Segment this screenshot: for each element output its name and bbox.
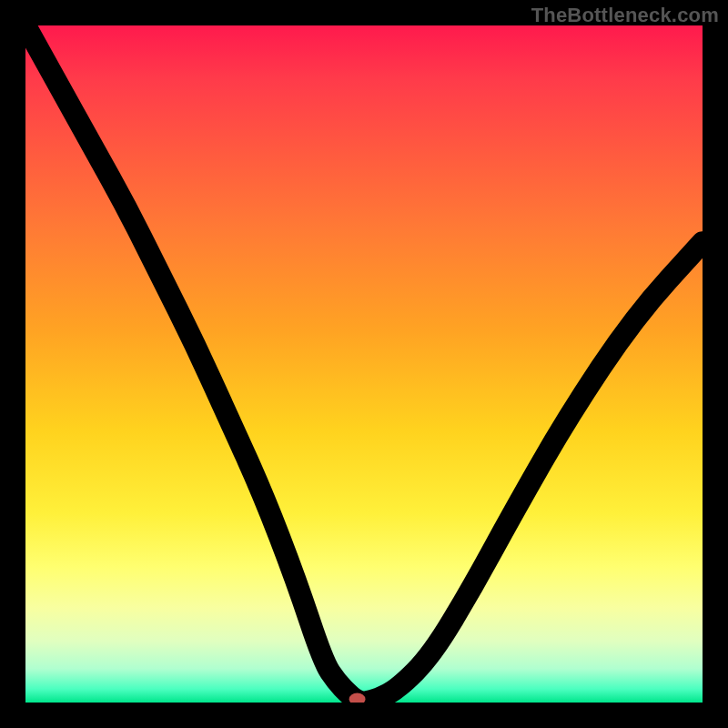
bottleneck-curve xyxy=(25,25,703,702)
chart-frame: TheBottleneck.com xyxy=(0,0,728,728)
plot-area xyxy=(25,25,703,703)
plot-svg xyxy=(25,25,703,703)
watermark-text: TheBottleneck.com xyxy=(531,4,719,27)
